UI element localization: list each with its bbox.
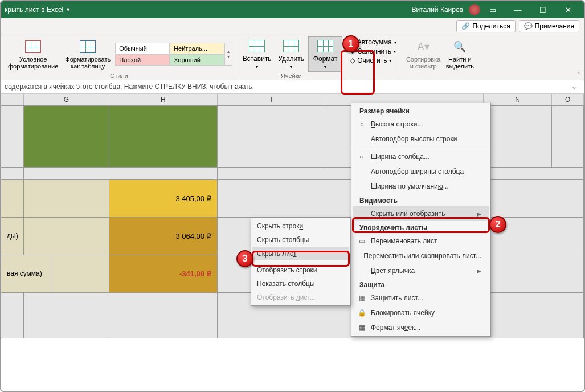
menu-item-show-cols[interactable]: Показать столбцы [252,277,349,291]
comment-icon: 💬 [524,22,533,30]
col-n[interactable]: N [484,94,552,105]
menu-item-row-height[interactable]: ↕ВВысота строки...ысота строки... [353,117,489,132]
sort-filter-button[interactable]: A▾ Сортировка и фильтр [404,38,443,71]
collapse-ribbon-icon[interactable]: ˄ [577,71,580,79]
delete-button[interactable]: Удалить▾ [274,37,308,71]
formula-expand-icon[interactable]: ⌄ [568,83,580,91]
format-icon [316,38,334,54]
eraser-icon: ◇ [350,56,355,64]
rowhdr-gutter [1,94,24,105]
rename-icon: ▭ [357,236,366,246]
window-title: крыть лист в Excel [5,6,63,14]
share-icon: 🔗 [461,22,470,30]
menu-item-autofit-col[interactable]: Автоподбор ширины столбца [353,164,489,179]
menu-item-move-copy-sheet[interactable]: Переместить или скопировать лист... [353,248,489,263]
menu-header-sheets: Упорядочить листы [353,221,489,234]
protect-icon: ▦ [357,293,366,303]
menu-header-protect: Защита [353,278,489,291]
avatar[interactable] [469,4,480,15]
row-label-1: ды) [1,218,24,255]
format-as-table-button[interactable]: Форматировать как таблицу [63,38,113,71]
menu-header-cellsize: Размер ячейки [353,104,489,117]
user-name[interactable]: Виталий Каиров [411,6,463,14]
lock-icon: 🔒 [357,308,366,317]
callout-2: 2 [489,216,506,233]
maximize-window-icon[interactable]: ☐ [530,1,555,18]
menu-item-hide-show[interactable]: Скрыть или отобразить▶ [353,206,489,221]
clear-button[interactable]: ◇Очистить ▾ [350,56,391,65]
menu-item-rename-sheet[interactable]: ▭Переименовать лист [353,234,489,248]
style-good[interactable]: Хороший [170,54,224,66]
style-neutral[interactable]: Нейтраль... [170,43,224,54]
delete-icon [282,38,300,54]
comments-button[interactable]: 💬Примечания [519,20,579,32]
find-icon: 🔍 [451,39,469,55]
column-headers: G H I N O [1,94,584,106]
minimize-window-icon[interactable]: — [505,1,530,18]
format-as-table-icon [79,39,97,55]
format-menu: Размер ячейки ↕ВВысота строки...ысота ст… [351,103,491,337]
menu-item-hide-sheet[interactable]: Скрыть лист [252,247,349,260]
styles-more-button[interactable]: ▴▾ [224,43,232,66]
format-button[interactable]: Формат▾ [308,36,342,72]
submenu-arrow-icon: ▶ [477,211,481,217]
menu-item-show-rows[interactable]: Отобразить строки [252,263,349,277]
col-g[interactable]: G [24,94,109,105]
menu-item-hide-rows[interactable]: Скрыть строки [252,219,349,233]
menu-header-visibility: Видимость [353,194,489,206]
menu-item-show-sheet: Отобразить лист... [252,291,349,304]
close-window-icon[interactable]: ✕ [555,1,580,18]
find-select-button[interactable]: 🔍 Найти и выделить [443,38,477,71]
row-height-icon: ↕ [357,120,366,129]
group-label-styles: Стили [2,72,236,79]
menu-item-tab-color[interactable]: Цвет ярлычка▶ [353,263,489,278]
restore-window-icon[interactable]: ▭ [480,1,505,18]
insert-icon [248,38,266,54]
cell-h-val3[interactable]: -341,00 ₽ [109,255,218,292]
conditional-formatting-icon [24,39,42,55]
menu-item-protect-sheet[interactable]: ▦Защитить лист... [353,291,489,305]
menu-item-format-cells[interactable]: ▦Формат ячеек... [353,320,489,335]
conditional-formatting-button[interactable]: Условное форматирование [6,38,60,71]
title-dropdown-icon[interactable]: ▼ [66,7,71,13]
format-cells-icon: ▦ [357,323,366,332]
cell-h-val1[interactable]: 3 405,00 ₽ [109,180,218,217]
callout-1: 1 [342,35,359,52]
menu-item-autofit-row[interactable]: Автоподбор высоты строки [353,132,489,146]
insert-button[interactable]: Вставить▾ [240,37,274,71]
style-normal[interactable]: Обычный [115,43,170,54]
formula-bar[interactable]: содержатся в ячейках этого столбца. Нажм… [1,80,584,94]
col-i[interactable]: I [218,94,326,105]
submenu-arrow-icon: ▶ [477,268,481,274]
hide-show-submenu: Скрыть строки Скрыть столбцы Скрыть лист… [251,218,351,306]
menu-item-default-width[interactable]: Ширина по умолчанию... [353,179,489,194]
col-h[interactable]: H [109,94,218,105]
col-o[interactable]: O [552,94,584,105]
menu-item-hide-cols[interactable]: Скрыть столбцы [252,233,349,247]
ribbon: Условное форматирование Форматировать ка… [1,34,584,80]
menu-item-lock-cell[interactable]: 🔒Блокировать ячейку [353,305,489,320]
style-bad[interactable]: Плохой [115,54,170,66]
sort-filter-icon: A▾ [414,39,432,55]
group-label-cells: Ячейки [236,72,346,79]
menu-item-col-width[interactable]: ↔Ширина столбца... [353,149,489,164]
row-label-2: вая сумма) [1,255,52,292]
titlebar: крыть лист в Excel ▼ Виталий Каиров ▭ — … [1,1,584,18]
share-bar: 🔗Поделиться 💬Примечания [1,18,584,34]
col-width-icon: ↔ [357,152,366,161]
callout-3: 3 [236,250,253,267]
formula-text: содержатся в ячейках этого столбца. Нажм… [5,83,254,91]
cell-h-val2[interactable]: 3 064,00 ₽ [109,218,218,255]
share-button[interactable]: 🔗Поделиться [456,20,515,32]
